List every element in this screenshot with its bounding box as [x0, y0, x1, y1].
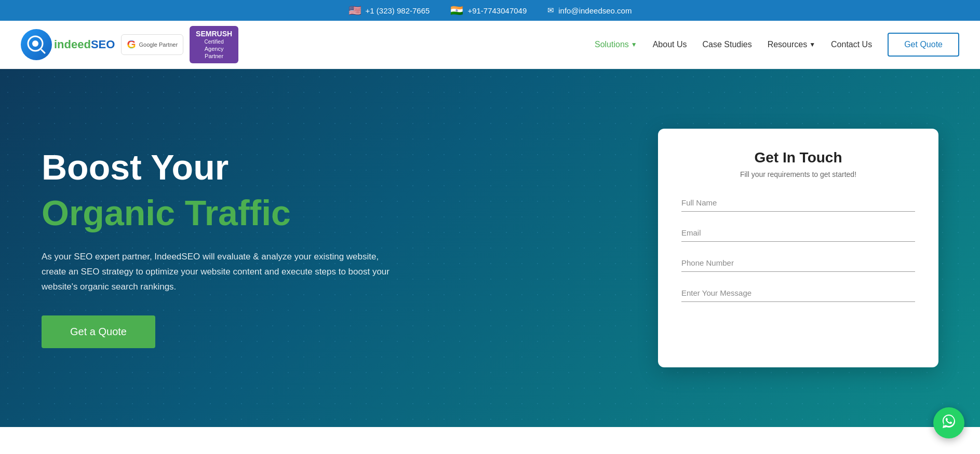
logo-icon	[21, 29, 52, 60]
google-partner-badge: G Google Partner	[121, 34, 183, 55]
hero-content: Boost Your Organic Traffic As your SEO e…	[42, 148, 467, 348]
header: indeedSEO G Google Partner SEMRUSH Certi…	[0, 21, 980, 69]
phone-group	[681, 254, 915, 272]
hero-title-line1: Boost Your	[42, 148, 467, 187]
message-input[interactable]	[681, 284, 915, 302]
main-nav: Solutions ▼ About Us Case Studies Resour…	[595, 33, 959, 57]
get-quote-button[interactable]: Get Quote	[888, 33, 959, 57]
nav-cases[interactable]: Case Studies	[702, 40, 751, 49]
google-partner-label: Google Partner	[139, 42, 178, 48]
get-a-quote-button[interactable]: Get a Quote	[42, 315, 155, 348]
hero-title-line2: Organic Traffic	[42, 192, 467, 235]
full-name-group	[681, 194, 915, 212]
top-bar: 🇺🇸 +1 (323) 982-7665 🇮🇳 +91-7743047049 ✉…	[0, 0, 980, 21]
hero-description: As your SEO expert partner, IndeedSEO wi…	[42, 250, 405, 295]
semrush-title: SEMRUSH	[196, 29, 232, 38]
phone-input[interactable]	[681, 254, 915, 272]
semrush-badge: SEMRUSH Certified Agency Partner	[190, 26, 238, 63]
google-g-icon: G	[127, 38, 136, 51]
phone-us-number: +1 (323) 982-7665	[366, 6, 430, 15]
semrush-agency: Agency	[196, 45, 232, 52]
in-flag-icon: 🇮🇳	[450, 4, 463, 17]
phone-in-item[interactable]: 🇮🇳 +91-7743047049	[450, 4, 527, 17]
full-name-input[interactable]	[681, 194, 915, 212]
svg-line-2	[42, 50, 45, 53]
whatsapp-icon	[941, 413, 957, 427]
nav-contact[interactable]: Contact Us	[831, 40, 872, 49]
phone-us-item[interactable]: 🇺🇸 +1 (323) 982-7665	[348, 4, 430, 17]
email-icon: ✉	[547, 6, 554, 15]
logo-text: indeedSEO	[54, 38, 115, 51]
nav-solutions[interactable]: Solutions ▼	[595, 40, 637, 49]
nav-resources[interactable]: Resources ▼	[768, 40, 815, 49]
semrush-certified: Certified	[196, 38, 232, 45]
hero-section: Boost Your Organic Traffic As your SEO e…	[0, 69, 980, 427]
form-title: Get In Touch	[681, 149, 915, 166]
svg-point-1	[32, 40, 38, 47]
nav-about[interactable]: About Us	[653, 40, 687, 49]
solutions-chevron-icon: ▼	[631, 41, 637, 48]
logo-area: indeedSEO G Google Partner SEMRUSH Certi…	[21, 26, 238, 63]
phone-in-number: +91-7743047049	[467, 6, 527, 15]
contact-form-card: Get In Touch Fill your requirements to g…	[658, 129, 938, 367]
email-input[interactable]	[681, 224, 915, 242]
email-address: info@indeedseo.com	[558, 6, 632, 15]
semrush-partner: Partner	[196, 52, 232, 60]
message-group	[681, 284, 915, 302]
email-item[interactable]: ✉ info@indeedseo.com	[547, 6, 632, 15]
form-subtitle: Fill your requirements to get started!	[681, 170, 915, 178]
resources-chevron-icon: ▼	[809, 41, 815, 48]
logo[interactable]: indeedSEO	[21, 29, 115, 60]
us-flag-icon: 🇺🇸	[348, 4, 361, 17]
email-group	[681, 224, 915, 242]
